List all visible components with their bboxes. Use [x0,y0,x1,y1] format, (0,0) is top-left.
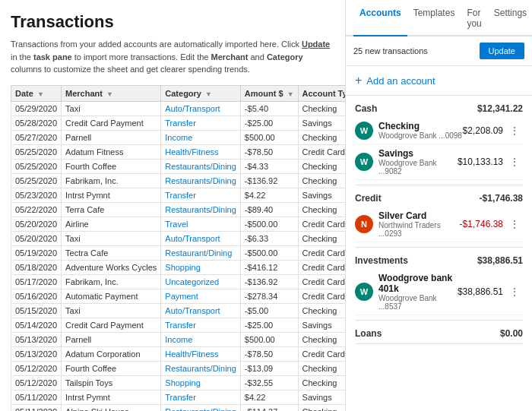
account-amount: $2,208.09 [463,125,503,136]
table-row[interactable]: 05/12/2020 Fourth Coffee Restaurants/Din… [11,361,347,375]
col-date[interactable]: Date ▼ [11,85,62,101]
account-sub: Woodgrove Bank ...9082 [378,159,458,175]
account-info: Silver Card Northwind Traders ...0293 [378,210,460,238]
tab-templates[interactable]: Templates [407,0,461,36]
col-account[interactable]: Account Type ▼ [298,85,346,101]
col-merchant[interactable]: Merchant ▼ [62,85,161,101]
notification-text: 25 new transactions [353,46,428,55]
cell-account: Savings [298,188,346,202]
tab-accounts[interactable]: Accounts [353,0,407,36]
cell-category: Transfer [161,390,241,404]
cell-date: 05/12/2020 [11,361,62,375]
table-row[interactable]: 05/11/2020 Alpine Ski House Restaurants/… [11,404,347,411]
cell-category: Restaurants/Dining [161,173,241,188]
cell-merchant: Tailspin Toys [62,375,161,390]
col-category[interactable]: Category ▼ [161,85,241,101]
table-row[interactable]: 05/20/2020 Airline Travel -$500.00 Credi… [11,217,347,231]
account-section: Investments$38,886.51 W Woodgrove bank 4… [355,255,523,321]
account-item[interactable]: W Checking Woodgrove Bank ...0098 $2,208… [355,117,523,144]
notification-bar: 25 new transactions Update [346,36,532,66]
account-sub: Woodgrove Bank ...0098 [378,131,463,140]
transactions-table: Date ▼ Merchant ▼ Category ▼ Amount $ ▼ … [11,85,346,412]
table-row[interactable]: 05/29/2020 Taxi Auto/Transport -$5.40 Ch… [11,101,347,115]
cell-amount: -$25.00 [240,115,298,130]
col-amount[interactable]: Amount $ ▼ [240,85,298,101]
cell-merchant: Terra Cafe [62,202,161,217]
cell-date: 05/25/2020 [11,173,62,188]
account-section: Loans$0.00 [355,328,523,344]
table-row[interactable]: 05/25/2020 Fabrikam, Inc. Restaurants/Di… [11,173,347,188]
table-row[interactable]: 05/27/2020 Parnell Income $500.00 Checki… [11,130,347,144]
cell-date: 05/11/2020 [11,404,62,411]
table-row[interactable]: 05/19/2020 Tectra Cafe Restaurant/Dining… [11,245,347,260]
cell-date: 05/27/2020 [11,130,62,144]
account-item[interactable]: W Woodgrove bank 401k Woodgrove Bank ...… [355,269,523,315]
tab-settings[interactable]: Settings [488,0,532,36]
table-row[interactable]: 05/14/2020 Credit Card Payment Transfer … [11,318,347,332]
table-row[interactable]: 05/28/2020 Credit Card Payment Transfer … [11,115,347,130]
cell-category: Income [161,130,241,144]
cell-date: 05/14/2020 [11,318,62,332]
cell-category: Auto/Transport [161,231,241,245]
cell-merchant: Parnell [62,332,161,346]
update-button[interactable]: Update [480,43,524,59]
cell-category: Auto/Transport [161,101,241,115]
cell-account: Checking [298,303,346,318]
section-label: Cash [355,103,377,114]
left-panel: Transactions Transactions from your adde… [0,0,346,411]
accounts-content: Cash$12,341.22 W Checking Woodgrove Bank… [346,96,532,411]
table-row[interactable]: 05/23/2020 Intrst Pymnt Transfer $4.22 S… [11,188,347,202]
table-row[interactable]: 05/22/2020 Terra Cafe Restaurants/Dining… [11,202,347,217]
cell-account: Checking [298,173,346,188]
table-row[interactable]: 05/12/2020 Tailspin Toys Shopping -$32.5… [11,375,347,390]
table-row[interactable]: 05/13/2020 Parnell Income $500.00 Checki… [11,332,347,346]
cell-merchant: Credit Card Payment [62,115,161,130]
cell-amount: $500.00 [240,130,298,144]
cell-date: 05/18/2020 [11,260,62,274]
cell-category: Shopping [161,260,241,274]
more-options-icon[interactable]: ⋮ [506,284,523,299]
cell-amount: $500.00 [240,332,298,346]
table-row[interactable]: 05/20/2020 Taxi Auto/Transport -$6.33 Ch… [11,231,347,245]
account-item[interactable]: W Savings Woodgrove Bank ...9082 $10,133… [355,144,523,180]
cell-merchant: Fourth Coffee [62,361,161,375]
cell-date: 05/11/2020 [11,390,62,404]
account-icon: N [355,215,373,233]
cell-account: Savings [298,318,346,332]
cell-merchant: Adventure Works Cycles [62,260,161,274]
cell-account: Credit Card [298,260,346,274]
table-row[interactable]: 05/15/2020 Taxi Auto/Transport -$5.00 Ch… [11,303,347,318]
account-sub: Northwind Traders ...0293 [378,221,460,238]
cell-date: 05/22/2020 [11,202,62,217]
cell-date: 05/25/2020 [11,144,62,159]
cell-account: Credit Card [298,217,346,231]
section-title: Cash$12,341.22 [355,103,523,114]
cell-amount: -$6.33 [240,231,298,245]
cell-account: Checking [298,231,346,245]
cell-category: Restaurants/Dining [161,404,241,411]
more-options-icon[interactable]: ⋮ [506,217,523,232]
more-options-icon[interactable]: ⋮ [506,154,523,169]
cell-account: Checking [298,375,346,390]
cell-account: Savings [298,390,346,404]
more-options-icon[interactable]: ⋮ [506,123,523,138]
cell-date: 05/20/2020 [11,231,62,245]
table-row[interactable]: 05/16/2020 Automatic Payment Payment -$2… [11,289,347,303]
cell-date: 05/28/2020 [11,115,62,130]
cell-amount: -$32.55 [240,375,298,390]
tab-foryou[interactable]: For you [461,0,487,36]
cell-amount: -$78.50 [240,144,298,159]
table-row[interactable]: 05/13/2020 Adatum Corporation Health/Fit… [11,346,347,361]
section-total: -$1,746.38 [480,193,523,204]
cell-account: Checking [298,101,346,115]
account-info: Savings Woodgrove Bank ...9082 [378,148,458,175]
table-row[interactable]: 05/11/2020 Intrst Pymnt Transfer $4.22 S… [11,390,347,404]
table-row[interactable]: 05/25/2020 Fourth Coffee Restaurants/Din… [11,159,347,173]
account-item[interactable]: N Silver Card Northwind Traders ...0293 … [355,207,523,242]
cell-amount: -$25.00 [240,318,298,332]
table-row[interactable]: 05/18/2020 Adventure Works Cycles Shoppi… [11,260,347,274]
table-row[interactable]: 05/17/2020 Fabrikam, Inc. Uncategorized … [11,274,347,289]
add-account-row[interactable]: + Add an account [346,66,532,96]
table-row[interactable]: 05/25/2020 Adatum Fitness Health/Fitness… [11,144,347,159]
cell-category: Payment [161,289,241,303]
